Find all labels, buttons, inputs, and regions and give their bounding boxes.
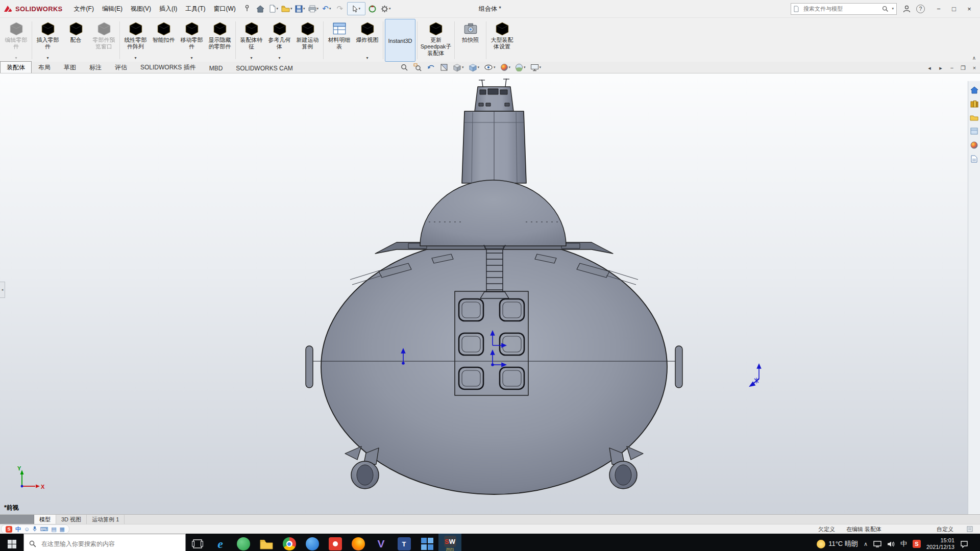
ribbon-button-show-hidden-components[interactable]: 显示隐藏的零部件 xyxy=(206,19,234,62)
minimize-button[interactable]: − xyxy=(931,2,946,15)
doc-close-button[interactable]: × xyxy=(969,63,980,73)
ribbon-button-component-preview[interactable]: 零部件预览窗口 xyxy=(90,19,118,62)
mic-icon[interactable] xyxy=(33,526,37,533)
left-pod[interactable] xyxy=(351,461,379,489)
save-button[interactable]: ▾ xyxy=(294,3,306,15)
ribbon-button-mate[interactable]: 配合 xyxy=(62,19,90,62)
zoom-area-icon[interactable] xyxy=(412,63,423,72)
tab-evaluate[interactable]: 评估 xyxy=(108,61,134,73)
tab-annotation[interactable]: 标注 xyxy=(83,61,108,73)
resources-icon[interactable] xyxy=(970,85,979,94)
green-browser-icon[interactable] xyxy=(232,534,255,551)
solidworks-icon[interactable]: SW 2021 xyxy=(438,534,461,551)
3d-scene[interactable]: Y X xyxy=(0,73,980,514)
close-button[interactable]: × xyxy=(962,2,977,15)
ime-mode-label[interactable]: 中 xyxy=(15,525,21,533)
graphics-area[interactable]: Y X ◂ *前视 xyxy=(0,73,980,514)
search-input[interactable] xyxy=(802,5,879,12)
menu-window[interactable]: 窗口(W) xyxy=(210,3,240,15)
hide-show-items-icon[interactable] xyxy=(483,63,497,71)
submarine-sail[interactable] xyxy=(462,79,526,183)
view-palette-icon[interactable] xyxy=(970,127,979,136)
teams-icon[interactable]: T xyxy=(393,534,415,551)
ribbon-button-instant3d[interactable]: Instant3D xyxy=(385,19,415,62)
pin-menu-icon[interactable] xyxy=(244,5,250,13)
doc-restore-button[interactable]: ❐ xyxy=(958,63,969,73)
pane-left-icon[interactable]: ◂ xyxy=(924,63,935,73)
apply-scene-icon[interactable] xyxy=(514,63,527,72)
search-icon[interactable] xyxy=(882,6,889,12)
ribbon-button-edit-component[interactable]: 编辑零部件 xyxy=(2,19,30,62)
tab-sketch[interactable]: 草图 xyxy=(57,61,83,73)
ribbon-button-bill-of-materials[interactable]: 材料明细表 xyxy=(325,19,353,62)
ribbon-button-take-snapshot[interactable]: 拍快照 xyxy=(456,19,484,62)
file-explorer-icon[interactable] xyxy=(255,534,278,551)
section-view-icon[interactable] xyxy=(439,63,449,72)
file-explorer-icon[interactable] xyxy=(970,113,979,122)
origin-triad-right[interactable] xyxy=(750,364,761,386)
right-bow-plane[interactable] xyxy=(675,346,682,388)
tiles-app-icon[interactable] xyxy=(415,534,438,551)
ribbon-button-exploded-view[interactable]: 爆炸视图 xyxy=(353,19,381,62)
ribbon-button-assembly-features[interactable]: 装配体特征 xyxy=(237,19,265,62)
maximize-button[interactable]: □ xyxy=(946,2,962,15)
tray-expand-icon[interactable]: ∧ xyxy=(864,541,868,547)
keyboard-icon[interactable]: ⌨ xyxy=(40,527,48,532)
ime-indicator[interactable]: 中 xyxy=(900,539,907,548)
taskbar-search-input[interactable] xyxy=(40,540,180,548)
options-gear-button[interactable]: ▾ xyxy=(380,3,392,15)
ribbon-button-large-assembly-settings[interactable]: 大型装配体设置 xyxy=(488,19,516,62)
clipboard-icon[interactable]: ▤ xyxy=(51,527,56,532)
ribbon-button-new-motion-study[interactable]: 新建运动算例 xyxy=(293,19,322,62)
help-icon[interactable]: ? xyxy=(916,5,925,13)
ribbon-button-update-speedpak[interactable]: 更新Speedpak子装配体 xyxy=(419,19,453,62)
ribbon-button-reference-geometry[interactable]: 参考几何体 xyxy=(265,19,293,62)
tab-motion-study-1[interactable]: 运动算例 1 xyxy=(87,515,125,524)
menu-edit[interactable]: 编辑(E) xyxy=(98,3,127,15)
weather-widget[interactable]: 11°C 晴朗 xyxy=(817,539,858,548)
design-library-icon[interactable] xyxy=(970,99,979,108)
task-view-icon[interactable] xyxy=(186,534,209,551)
tab-mbd[interactable]: MBD xyxy=(203,63,230,73)
menu-view[interactable]: 视图(V) xyxy=(127,3,155,15)
tab-assembly[interactable]: 装配体 xyxy=(0,61,32,73)
tab-cam[interactable]: SOLIDWORKS CAM xyxy=(229,63,299,73)
left-bow-plane[interactable] xyxy=(306,346,313,388)
torpedo-panel[interactable] xyxy=(455,291,528,395)
qq-icon[interactable] xyxy=(301,534,324,551)
sogou-tray-icon[interactable]: S xyxy=(913,540,921,548)
toolbox-grid-icon[interactable]: ▦ xyxy=(60,527,65,532)
tab-model[interactable]: 模型 xyxy=(34,515,56,524)
custom-properties-icon[interactable] xyxy=(970,154,979,163)
tab-layout[interactable]: 布局 xyxy=(32,61,57,73)
ribbon-button-insert-component[interactable]: 插入零部件 xyxy=(34,19,62,62)
right-pod[interactable] xyxy=(609,461,637,489)
edit-appearance-icon[interactable] xyxy=(499,63,512,72)
volume-icon[interactable] xyxy=(887,541,895,547)
red-app-icon[interactable] xyxy=(324,534,347,551)
file-search-box[interactable]: ▾ xyxy=(791,3,897,15)
ribbon-button-linear-pattern[interactable]: 线性零部件阵列 xyxy=(121,19,150,62)
firefox-icon[interactable] xyxy=(347,534,370,551)
pane-right-icon[interactable]: ▸ xyxy=(935,63,946,73)
status-options-icon[interactable] xyxy=(967,526,973,532)
menu-insert[interactable]: 插入(I) xyxy=(155,3,181,15)
tab-addins[interactable]: SOLIDWORKS 插件 xyxy=(134,61,203,73)
new-document-button[interactable]: ▾ xyxy=(267,3,280,15)
custom-status-menu[interactable]: 自定义 xyxy=(937,525,953,533)
home-button[interactable] xyxy=(254,3,266,15)
redo-button[interactable]: ↷ xyxy=(334,3,346,15)
display-style-icon[interactable] xyxy=(468,63,481,72)
undo-button[interactable]: ↶▾ xyxy=(321,3,333,15)
submarine-model[interactable] xyxy=(306,79,682,494)
zoom-fit-icon[interactable] xyxy=(399,63,410,72)
view-settings-icon[interactable] xyxy=(529,63,543,72)
doc-minimize-button[interactable]: − xyxy=(946,63,958,73)
ribbon-button-smart-fasteners[interactable]: 智能扣件 xyxy=(150,19,178,62)
vs-icon[interactable]: V xyxy=(370,534,393,551)
clock[interactable]: 15:01 2021/12/13 xyxy=(926,537,954,550)
appearances-icon[interactable] xyxy=(970,140,979,149)
ribbon-button-move-component[interactable]: 移动零部件 xyxy=(178,19,206,62)
select-tool-button[interactable]: ▾ xyxy=(347,2,365,15)
menu-file[interactable]: 文件(F) xyxy=(70,3,98,15)
